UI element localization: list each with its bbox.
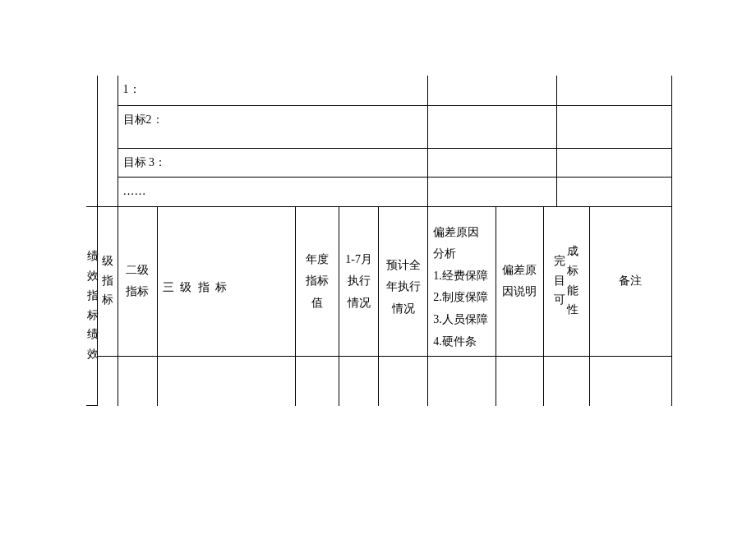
blank-cell	[157, 357, 295, 406]
goal-3-cell: 目标 3：	[118, 148, 428, 178]
blank-cell	[556, 178, 671, 207]
page: 1： 目标2： 目标 3： …… 绩效指标绩效 级指标 二级指标 三 级 指 标…	[0, 0, 756, 535]
blank-cell	[589, 357, 671, 406]
blank-cell	[339, 357, 379, 406]
blank-cell	[428, 76, 556, 105]
level3-header: 三 级 指 标	[157, 206, 295, 357]
blank-cell	[556, 148, 671, 178]
blank-cell	[295, 357, 339, 406]
jan-jul-header: 1-7月执行情况	[339, 206, 379, 357]
level1-label: 级指标	[101, 251, 113, 310]
blank-left-2	[97, 76, 118, 206]
blank-cell	[428, 357, 496, 406]
blank-cell	[543, 357, 589, 406]
table-row: 目标 3：	[86, 148, 672, 178]
blank-cell	[496, 357, 543, 406]
vertical-label-main: 绩效指标绩效	[86, 206, 97, 406]
blank-cell	[556, 76, 671, 105]
header-row: 绩效指标绩效 级指标 二级指标 三 级 指 标 年度指标值 1-7月执行情况 预…	[86, 206, 672, 357]
goal-1-cell: 1：	[118, 76, 428, 105]
table-row: 1：	[86, 76, 672, 105]
full-year-header: 预计全年执行情况	[379, 206, 428, 357]
blank-left	[86, 76, 97, 206]
deviation-analysis-header: 偏差原因分析 1.经费保障 2.制度保障 3.人员保障 4.硬件条	[428, 206, 496, 357]
blank-cell	[118, 357, 157, 406]
table-row: 目标2：	[86, 105, 672, 148]
blank-cell	[428, 178, 556, 207]
blank-cell	[428, 105, 556, 148]
goal-2-cell: 目标2：	[118, 105, 428, 148]
ellipsis-cell: ……	[118, 178, 428, 207]
remark-header: 备注	[589, 206, 671, 357]
blank-cell	[379, 357, 428, 406]
blank-cell	[97, 357, 118, 406]
level1-header: 级指标	[97, 206, 118, 357]
deviation-explain-header: 偏差原因说明	[496, 206, 543, 357]
blank-cell	[556, 105, 671, 148]
blank-cell	[428, 148, 556, 178]
form-table: 1： 目标2： 目标 3： …… 绩效指标绩效 级指标 二级指标 三 级 指 标…	[86, 76, 672, 406]
complete-possibility-header: 完目可 成标能性	[543, 206, 589, 357]
vertical-label-text: 绩效指标绩效	[86, 247, 99, 364]
annual-value-header: 年度指标值	[295, 206, 339, 357]
level2-header: 二级指标	[118, 206, 157, 357]
table-row: ……	[86, 178, 672, 207]
table-row	[86, 357, 672, 406]
